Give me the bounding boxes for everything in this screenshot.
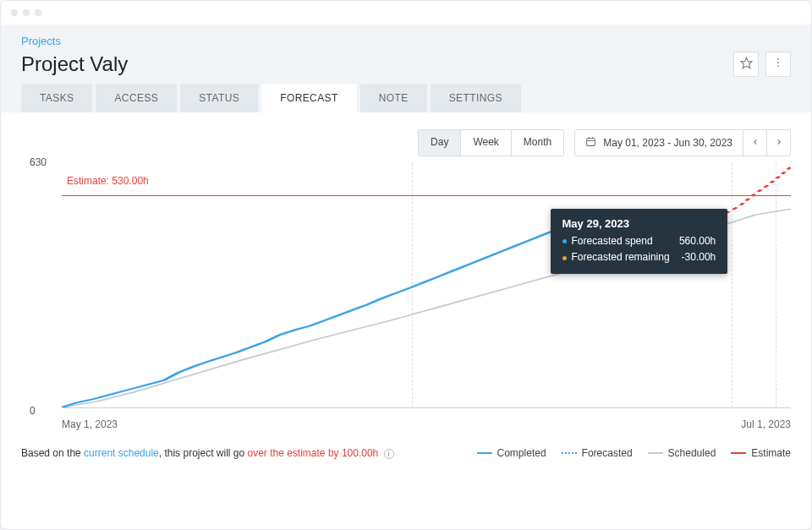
forecast-message: Based on the current schedule, this proj…: [21, 447, 394, 459]
x-tick-end: Jul 1, 2023: [741, 418, 791, 430]
chart-toolbar: Day Week Month May 01, 2023 - Jun 30, 20…: [21, 129, 791, 156]
page-title: Project Valy: [21, 52, 128, 76]
svg-point-3: [777, 65, 779, 67]
chart-svg: [62, 163, 791, 407]
titlebar: [1, 1, 811, 25]
tabs: TASKS ACCESS STATUS FORECAST NOTE SETTIN…: [21, 84, 791, 112]
favorite-button[interactable]: [733, 52, 759, 77]
granularity-week[interactable]: Week: [461, 130, 511, 156]
header: Projects Project Valy TASKS ACCESS STATU…: [1, 25, 811, 112]
chevron-right-icon: [775, 137, 783, 149]
legend: Completed Forecasted Scheduled Estimate: [477, 447, 791, 459]
bullet-icon: [562, 256, 567, 260]
svg-marker-0: [741, 57, 752, 68]
tab-note[interactable]: NOTE: [360, 84, 427, 112]
granularity-segment: Day Week Month: [418, 129, 564, 156]
legend-estimate: Estimate: [731, 447, 791, 459]
chevron-left-icon: [751, 137, 760, 149]
x-tick-start: May 1, 2023: [62, 418, 118, 430]
info-icon[interactable]: i: [384, 449, 394, 459]
forecasted-series: [725, 167, 791, 214]
chart-tooltip: May 29, 2023 Forecasted spend 560.00h Fo…: [551, 209, 728, 274]
date-range-label: May 01, 2023 - Jun 30, 2023: [603, 137, 732, 149]
legend-scheduled: Scheduled: [648, 447, 716, 459]
star-icon: [740, 57, 753, 73]
bullet-icon: [562, 239, 567, 243]
more-button[interactable]: [765, 52, 791, 77]
legend-completed: Completed: [477, 447, 546, 459]
tab-status[interactable]: STATUS: [180, 84, 258, 112]
y-tick-bottom: 0: [30, 405, 36, 417]
date-range-picker[interactable]: May 01, 2023 - Jun 30, 2023: [574, 129, 791, 156]
calendar-icon: [585, 136, 596, 150]
over-estimate-text: over the estimate by 100.00h: [248, 447, 379, 459]
chart-area: 630 0 Estimate: 530.00h May 29, 2023 For…: [21, 163, 791, 434]
svg-point-2: [777, 62, 779, 63]
window-dot: [11, 9, 18, 16]
more-vertical-icon: [772, 57, 784, 72]
tooltip-row-value: 560.00h: [679, 233, 716, 249]
tooltip-row-label: Forecasted spend: [572, 235, 653, 247]
app-window: Projects Project Valy TASKS ACCESS STATU…: [0, 0, 812, 530]
schedule-link[interactable]: current schedule: [84, 447, 159, 459]
plot[interactable]: Estimate: 530.00h May 29, 2023 Forecaste…: [62, 163, 791, 408]
completed-series: [62, 221, 587, 407]
chart-footer: Based on the current schedule, this proj…: [1, 434, 811, 476]
breadcrumb[interactable]: Projects: [21, 35, 61, 47]
tab-access[interactable]: ACCESS: [96, 84, 177, 112]
window-dot: [35, 9, 41, 16]
y-tick-top: 630: [30, 156, 47, 168]
svg-rect-4: [587, 139, 595, 146]
svg-point-1: [777, 58, 779, 60]
granularity-day[interactable]: Day: [419, 130, 461, 156]
date-prev[interactable]: [743, 130, 766, 156]
window-dot: [23, 9, 30, 16]
tooltip-row-label: Forecasted remaining: [572, 251, 670, 263]
legend-forecasted: Forecasted: [562, 447, 633, 459]
date-next[interactable]: [766, 130, 790, 156]
tooltip-row-value: -30.00h: [682, 249, 716, 265]
tab-forecast[interactable]: FORECAST: [261, 84, 357, 112]
tab-settings[interactable]: SETTINGS: [431, 84, 521, 112]
tooltip-date: May 29, 2023: [562, 217, 716, 230]
granularity-month[interactable]: Month: [512, 130, 563, 156]
tab-tasks[interactable]: TASKS: [21, 84, 92, 112]
content: Day Week Month May 01, 2023 - Jun 30, 20…: [1, 112, 811, 434]
